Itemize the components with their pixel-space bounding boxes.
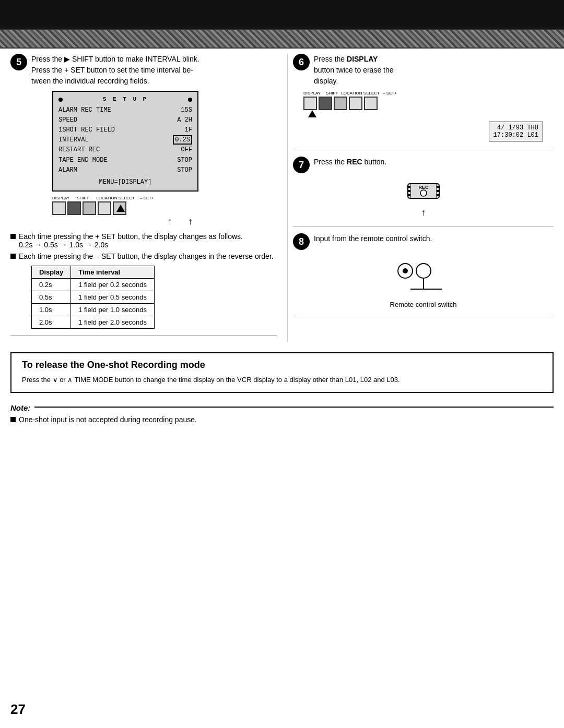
step5-arrows: ↑ ↑ [84,216,277,227]
lcd-title: S E T U P [58,95,192,104]
step5-display-labels: DISPLAY SHIFT LOCATION SELECT – SET+ [52,196,277,200]
bullet2: Each time pressing the – SET button, the… [10,252,277,260]
table-cell-interval-3: 1 field per 2.0 seconds [71,316,155,329]
step8-circle: 8 [293,233,310,250]
page-number: 27 [10,701,26,718]
btn-display [52,201,66,215]
svg-point-12 [403,268,408,273]
right-divider2 [293,226,554,227]
s6-lbl-shift: SHIFT [326,91,338,96]
bullet1-icon [10,234,16,239]
step6-btn-row [303,97,554,110]
btn-set [113,201,126,215]
page-container: 5 Press the ▶ SHIFT button to make INTER… [0,0,564,728]
s6-lbl-loc: LOCATION SELECT [341,91,380,96]
lcd-row-2: 1SHOT REC FIELD 1F [58,125,192,135]
table-row: 0.5s 1 field per 0.5 seconds [32,291,155,304]
label-set: – SET+ [140,196,154,200]
svg-text:REC: REC [418,185,429,190]
svg-point-13 [416,264,431,278]
step6-circle: 6 [293,54,310,70]
svg-rect-5 [408,190,410,192]
lcd-menu-label: MENU=[DISPLAY] [99,178,152,186]
note-label: Note: [10,403,554,412]
btn-shift [67,201,81,215]
lcd-row-4: RESTART REC OFF [58,145,192,155]
interval-table: Display Time interval 0.2s 1 field per 0… [31,266,155,329]
lcd-val-4: OFF [181,145,192,155]
btn-loc1 [83,201,96,215]
rec-icon: REC [405,178,442,205]
right-divider3 [293,317,554,317]
label-location: LOCATION SELECT [96,196,135,200]
step8-text: Input from the remote control switch. [314,233,432,244]
table-row: 1.0s 1 field per 1.0 seconds [32,304,155,316]
right-column: 6 Press the DISPLAYbutton twice to erase… [287,54,554,342]
s6-btn-set [364,97,378,110]
lcd-setup-label: S E T U P [103,95,148,104]
s6-btn-loc1 [334,97,347,110]
table-cell-interval-0: 1 field per 0.2 seconds [71,279,155,291]
left-divider [10,335,277,336]
col-display: Display [32,266,71,279]
label-shift: SHIFT [77,196,89,200]
lcd-label-0: ALARM REC TIME [58,105,111,115]
s6-lbl-set: – SET+ [383,91,397,96]
lcd-row-0: ALARM REC TIME 15S [58,105,192,115]
table-cell-interval-2: 1 field per 1.0 seconds [71,304,155,316]
timestamp-line1: 4/ 1/93 THU [494,124,538,132]
note-bullet-icon [10,417,16,422]
lcd-row-3: INTERVAL 0.2S [58,135,192,145]
table-row: 2.0s 1 field per 2.0 seconds [32,316,155,329]
bullet1: Each time pressing the + SET button, the… [10,232,277,249]
table-header-row: Display Time interval [32,266,155,279]
release-desc: Press the ∨ or ∧ TIME MODE button to cha… [22,375,542,386]
lcd-val-2: 1F [185,125,192,135]
lcd-row-1: SPEED A 2H [58,115,192,125]
step5-line1: Press the ▶ SHIFT button to make INTERVA… [31,55,199,63]
svg-rect-4 [408,186,410,188]
lcd-val-5: STOP [177,156,192,165]
step7-text: Press the REC button. [314,157,386,168]
remote-switch-graphic: Remote control switch [387,255,460,308]
bullet1-text: Each time pressing the + SET button, the… [19,232,243,249]
step6-text: Press the DISPLAYbutton twice to erase t… [314,54,394,87]
s6-btn-loc2 [349,97,362,110]
step8: 8 Input from the remote control switch. [293,233,554,308]
step5-line2: Press the + SET button to set the time i… [31,66,193,74]
bullet2-text: Each time pressing the – SET button, the… [19,252,274,260]
table-cell-display-1: 0.5s [32,291,71,304]
lcd-row-5: TAPE END MODE STOP [58,156,192,165]
left-column: 5 Press the ▶ SHIFT button to make INTER… [10,54,282,342]
lcd-label-6: ALARM [58,165,77,175]
step5-line3: tween the individual recording fields. [31,77,149,85]
remote-switch-caption: Remote control switch [387,301,460,308]
s6-btn-display [303,97,317,110]
lcd-val-1: A 2H [177,115,192,125]
lcd-val-0: 15S [181,105,192,115]
lcd-dot-right [188,98,192,102]
step6: 6 Press the DISPLAYbutton twice to erase… [293,54,554,141]
bullet1-sequence: 0.2s → 0.5s → 1.0s → 2.0s [19,241,108,249]
release-title: To release the One-shot Recording mode [22,360,542,371]
step6-display-group: DISPLAY SHIFT LOCATION SELECT – SET+ [303,91,554,110]
lcd-row-6: ALARM STOP [58,165,192,175]
lcd-label-5: TAPE END MODE [58,156,108,165]
svg-rect-6 [408,194,410,196]
lcd-dot-left [58,98,63,102]
label-display: DISPLAY [52,196,69,200]
note-item: One-shot input is not accepted during re… [10,415,554,424]
svg-point-10 [420,190,427,196]
step7-circle: 7 [293,157,310,173]
step6-line: Press the DISPLAYbutton twice to erase t… [314,55,394,85]
remote-switch-icon [390,255,457,297]
step7: 7 Press the REC button. REC [293,157,554,218]
svg-rect-8 [437,190,439,192]
step8-header: 8 Input from the remote control switch. [293,233,554,250]
lcd-label-2: 1SHOT REC FIELD [58,125,115,135]
table-cell-interval-1: 1 field per 0.5 seconds [71,291,155,304]
main-content: 5 Press the ▶ SHIFT button to make INTER… [0,49,564,347]
lcd-val-6: STOP [177,165,192,175]
svg-rect-7 [437,186,439,188]
note-item-text: One-shot input is not accepted during re… [19,415,197,424]
